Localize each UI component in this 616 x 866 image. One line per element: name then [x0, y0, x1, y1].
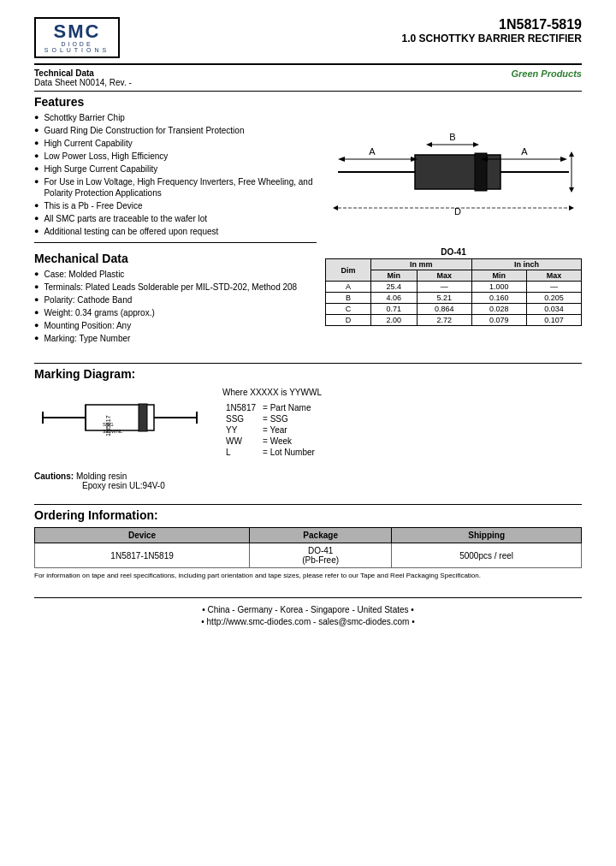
list-item: Additional testing can be offered upon r…: [34, 226, 317, 237]
table-row: 1N5817-1N5819 DO-41(Pb-Free) 5000pcs / r…: [35, 543, 582, 568]
list-item: This is a Pb - Free Device: [34, 200, 317, 211]
sub-header: Technical Data Data Sheet N0014, Rev. - …: [34, 68, 582, 87]
dim-header-min1: Min: [370, 270, 417, 282]
dim-header-min2: Min: [471, 270, 526, 282]
marking-title: Marking Diagram:: [34, 367, 582, 381]
list-item: Low Power Loss, High Efficiency: [34, 151, 317, 162]
table-row: C: [326, 304, 371, 315]
marking-legend-table: 1N5817= Part NameSSG= SSGYY= YearWW= Wee…: [222, 402, 318, 458]
footer-web: • http://www.smc-diodes.com - sales@smc-…: [34, 617, 582, 626]
table-row: 0.034: [526, 304, 581, 315]
table-row: 0.71: [370, 304, 417, 315]
list-item: Weight: 0.34 grams (approx.): [34, 307, 317, 318]
part-info: 1N5817-5819 1.0 SCHOTTKY BARRIER RECTIFI…: [402, 17, 582, 44]
list-item: = Part Name: [259, 402, 318, 413]
svg-rect-26: [139, 404, 147, 431]
diagram-area: A B A C D: [325, 104, 582, 240]
list-item: WW: [222, 436, 259, 447]
caution-line1: Molding resin: [76, 472, 127, 481]
order-device: 1N5817-1N5819: [35, 543, 250, 568]
logo-diode-text: DIODE: [61, 41, 92, 47]
dimensions-table: Dim In mm In inch Min Max Min Max A25.4—…: [325, 258, 582, 326]
green-products-label: Green Products: [511, 68, 582, 87]
tech-data-label: Technical Data: [34, 68, 132, 78]
list-item: Polarity: Cathode Band: [34, 294, 317, 305]
left-column: Features Schottky Barrier Chip Guard Rin…: [34, 95, 317, 349]
table-row: 4.06: [370, 293, 417, 304]
order-package: DO-41(Pb-Free): [250, 543, 392, 568]
order-header-shipping: Shipping: [392, 528, 582, 543]
svg-text:B: B: [449, 132, 455, 142]
table-row: 0.107: [526, 315, 581, 326]
list-item: = Lot Number: [259, 447, 318, 458]
svg-marker-9: [426, 142, 432, 147]
list-item: Marking: Type Number: [34, 333, 317, 344]
table-row: 0.079: [471, 315, 526, 326]
svg-text:A: A: [521, 146, 528, 157]
footer-countries: • China - Germany - Korea - Singapore - …: [34, 605, 582, 614]
table-row: D: [326, 315, 371, 326]
table-row: B: [326, 293, 371, 304]
order-header-package: Package: [250, 528, 392, 543]
list-item: = Week: [259, 436, 318, 447]
svg-marker-5: [338, 157, 345, 162]
marking-divider: [34, 363, 582, 364]
list-item: All SMC parts are traceable to the wafer…: [34, 213, 317, 224]
svg-text:A: A: [369, 146, 376, 157]
mechanical-list: Case: Molded Plastic Terminals: Plated L…: [34, 269, 317, 344]
header-divider: [34, 63, 582, 65]
marking-diagram-svg: 1N5817 SSG 330WNL: [34, 388, 205, 456]
do41-label: DO-41: [325, 247, 582, 257]
mechanical-section: Mechanical Data Case: Molded Plastic Ter…: [34, 252, 317, 344]
table-row: 0.205: [526, 293, 581, 304]
svg-marker-22: [333, 205, 338, 211]
logo-area: SMC DIODE SOLUTIONS: [34, 17, 120, 58]
main-layout: Features Schottky Barrier Chip Guard Rin…: [34, 95, 582, 349]
logo-smc: SMC: [54, 22, 101, 41]
datasheet-label: Data Sheet N0014, Rev. -: [34, 78, 132, 87]
dim-header-dim: Dim: [326, 259, 371, 282]
logo-box: SMC DIODE SOLUTIONS: [34, 17, 120, 58]
features-title: Features: [34, 95, 317, 109]
order-shipping: 5000pcs / reel: [392, 543, 582, 568]
svg-marker-17: [569, 151, 574, 157]
table-row: —: [526, 282, 581, 293]
part-number: 1N5817-5819: [402, 17, 582, 33]
diode-diagram: A B A C D: [329, 104, 578, 240]
list-item: YY: [222, 424, 259, 436]
svg-marker-14: [560, 157, 567, 162]
dimensions-table-container: DO-41 Dim In mm In inch Min Max Min Max: [325, 247, 582, 326]
where-xxxxx: Where XXXXX is YYWWL: [222, 388, 322, 397]
cautions-section: Cautions: Molding resin Epoxy resin UL:9…: [34, 472, 582, 490]
list-item: = Year: [259, 424, 318, 436]
tech-data-block: Technical Data Data Sheet N0014, Rev. -: [34, 68, 132, 87]
list-item: L: [222, 447, 259, 458]
svg-marker-23: [569, 205, 574, 211]
table-row: 0.160: [471, 293, 526, 304]
order-header-device: Device: [35, 528, 250, 543]
list-item: High Surge Current Capability: [34, 163, 317, 175]
list-item: = SSG: [259, 413, 318, 424]
table-row: A: [326, 282, 371, 293]
caution-line2: Epoxy resin UL:94V-0: [82, 481, 165, 490]
ordering-table: Device Package Shipping 1N5817-1N5819 DO…: [34, 527, 582, 568]
features-list: Schottky Barrier Chip Guard Ring Die Con…: [34, 112, 317, 237]
table-row: 5.21: [417, 293, 471, 304]
logo-solutions-text: SOLUTIONS: [44, 47, 110, 53]
table-row: 2.72: [417, 315, 471, 326]
table-row: 0.028: [471, 304, 526, 315]
features-divider: [34, 91, 582, 92]
mechanical-title: Mechanical Data: [34, 252, 317, 265]
table-row: —: [417, 282, 471, 293]
dim-header-max1: Max: [417, 270, 471, 282]
list-item: SSG: [222, 413, 259, 424]
marking-section: Marking Diagram: 1N5817 SSG 330WNL: [34, 363, 582, 458]
svg-text:330WNL: 330WNL: [103, 429, 123, 434]
right-column: A B A C D: [325, 95, 582, 349]
ordering-divider: [34, 504, 582, 505]
list-item: Schottky Barrier Chip: [34, 112, 317, 123]
page-footer: • China - Germany - Korea - Singapore - …: [34, 597, 582, 626]
svg-marker-18: [569, 187, 574, 193]
list-item: Case: Molded Plastic: [34, 269, 317, 280]
mech-divider: [34, 242, 317, 243]
